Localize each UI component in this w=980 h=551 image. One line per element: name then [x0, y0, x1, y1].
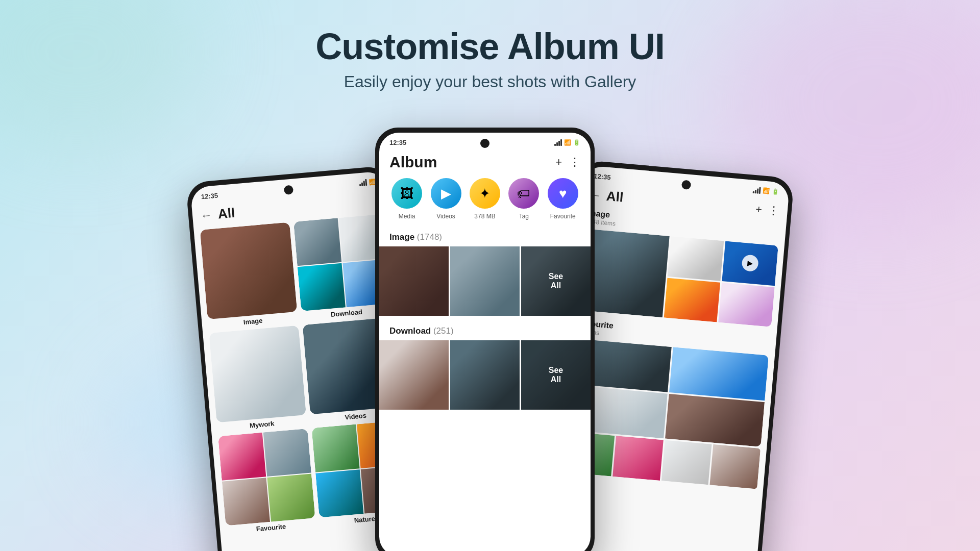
dl-photo-1 [379, 340, 449, 410]
cat-storage[interactable]: ✦ 378 MB [470, 178, 500, 220]
cat-tag-label: Tag [519, 213, 529, 220]
center-phone: 12:35 📶 🔋 Album + ⋮ [375, 128, 595, 551]
right-add-button[interactable]: + [755, 203, 763, 216]
page-header: Customise Album UI Easily enjoy your bes… [315, 0, 664, 91]
right-bottom-4 [710, 444, 761, 489]
main-subtitle: Easily enjoy your best shots with Galler… [315, 72, 664, 91]
center-album-actions: + ⋮ [555, 156, 580, 169]
center-battery-icon: 🔋 [573, 139, 580, 146]
center-album-title: Album [389, 154, 437, 171]
right-screen-title: All [606, 188, 624, 206]
img-photo-1 [379, 246, 449, 316]
dl-photo-2 [450, 340, 520, 410]
center-wifi-icon: 📶 [564, 139, 571, 146]
cat-fav-icon: ♥ [548, 178, 578, 209]
center-phone-notch [480, 139, 489, 148]
back-arrow-icon[interactable]: ← [200, 208, 212, 222]
right-bottom-2 [612, 436, 663, 481]
see-all-download: See All [521, 340, 591, 410]
download-section-header: Download (251) [379, 322, 591, 340]
cat-storage-label: 378 MB [474, 213, 495, 220]
right-image-grid: ▶ [578, 229, 778, 327]
right-wifi-icon: 📶 [763, 187, 770, 194]
image-section-title: Image (1748) [389, 232, 442, 242]
right-bottom-3 [661, 440, 712, 485]
right-fav-2 [669, 347, 769, 400]
dl-photo-see-all[interactable]: See All [521, 340, 591, 410]
right-img-3: ▶ [722, 241, 778, 285]
cat-fav-label: Favourite [550, 213, 576, 220]
cat-media[interactable]: 🖼 Media [391, 178, 422, 220]
cat-tag-icon: 🏷 [508, 178, 539, 209]
right-more-button[interactable]: ⋮ [768, 204, 780, 218]
download-section-title: Download (251) [389, 326, 454, 336]
album-item-image[interactable]: Image [200, 222, 298, 329]
left-status-icons: 📶 [359, 178, 376, 186]
cat-videos-icon: ▶ [431, 178, 461, 209]
right-header-actions: + ⋮ [755, 203, 780, 218]
right-play-overlay: ▶ [722, 241, 778, 285]
center-phone-screen: 12:35 📶 🔋 Album + ⋮ [379, 133, 591, 551]
cat-media-icon: 🖼 [391, 178, 422, 209]
cat-media-label: Media [399, 213, 415, 220]
main-title: Customise Album UI [315, 26, 664, 67]
img-photo-see-all[interactable]: See All [521, 246, 591, 316]
center-time: 12:35 [389, 139, 406, 146]
right-time: 12:35 [594, 172, 611, 181]
right-img-2 [668, 236, 724, 281]
image-count: (1748) [417, 232, 442, 242]
center-add-button[interactable]: + [555, 156, 562, 169]
image-section-header: Image (1748) [379, 228, 591, 246]
cat-favourite[interactable]: ♥ Favourite [548, 178, 578, 220]
right-status-icons: 📶 🔋 [753, 187, 779, 195]
left-screen-title: All [217, 205, 236, 222]
right-image-section: Image 1748 items ▶ [571, 208, 786, 335]
album-item-favourite[interactable]: Favourite [218, 429, 316, 536]
cat-tag[interactable]: 🏷 Tag [508, 178, 539, 220]
center-categories: 🖼 Media ▶ Videos ✦ 378 MB [379, 178, 591, 228]
phones-container: 12:35 📶 ← All [0, 128, 980, 551]
download-photo-row: See All [379, 340, 591, 416]
right-battery-icon: 🔋 [771, 188, 779, 195]
see-all-image: See All [521, 246, 591, 316]
center-album-header: Album + ⋮ [379, 149, 591, 178]
download-count: (251) [433, 326, 454, 336]
album-item-mywork[interactable]: Mywork [209, 325, 307, 433]
image-photo-row: See All [379, 246, 591, 322]
right-fav-4 [665, 393, 765, 447]
right-fav-grid [568, 339, 769, 447]
right-play-icon: ▶ [741, 255, 759, 272]
right-img-5 [718, 283, 774, 327]
cat-videos[interactable]: ▶ Videos [431, 178, 461, 220]
center-more-button[interactable]: ⋮ [569, 156, 580, 169]
left-time: 12:35 [201, 191, 218, 201]
center-status-icons: 📶 🔋 [554, 139, 580, 146]
cat-storage-icon: ✦ [470, 178, 500, 209]
img-photo-2 [450, 246, 520, 316]
right-img-4 [664, 278, 720, 322]
cat-videos-label: Videos [436, 213, 455, 220]
